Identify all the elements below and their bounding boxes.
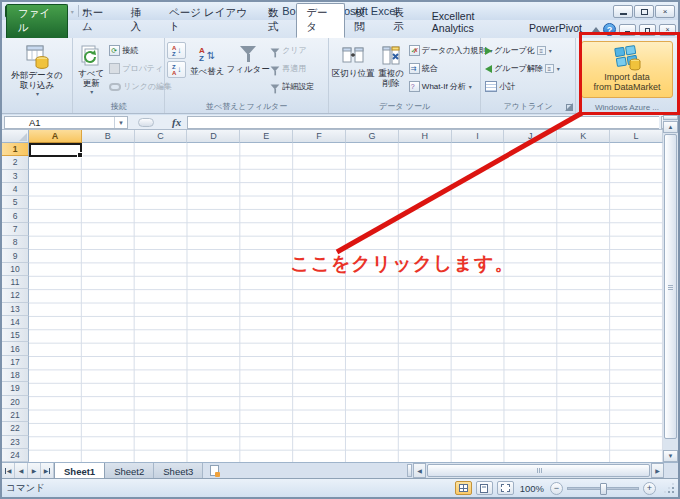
view-normal-button[interactable] [455, 481, 472, 495]
row-header-7[interactable]: 7 [2, 223, 29, 236]
hide-detail-icon[interactable]: ≡ [545, 64, 554, 73]
tab-page-layout[interactable]: ページ レイアウト [159, 3, 258, 38]
row-header-2[interactable]: 2 [2, 156, 29, 169]
column-header-J[interactable]: J [504, 130, 557, 143]
row-header-20[interactable]: 20 [2, 396, 29, 409]
sort-descending-button[interactable]: ZA↓ [167, 61, 186, 78]
tab-excellent-analytics[interactable]: Excellent Analytics [422, 7, 519, 38]
filter-button[interactable]: フィルター [228, 40, 268, 100]
minimize-button[interactable] [613, 5, 633, 18]
sort-button[interactable]: AZ ⇅ 並べ替え [186, 40, 228, 100]
close-button[interactable]: × [655, 5, 675, 18]
tab-data[interactable]: データ [296, 3, 344, 38]
horizontal-scroll-thumb[interactable] [427, 464, 650, 477]
view-page-layout-button[interactable] [476, 481, 493, 495]
row-header-11[interactable]: 11 [2, 276, 29, 289]
row-header-15[interactable]: 15 [2, 329, 29, 342]
prev-sheet-icon[interactable]: ◀ [15, 463, 28, 478]
horizontal-split-handle[interactable] [407, 464, 412, 477]
row-header-6[interactable]: 6 [2, 209, 29, 222]
row-header-22[interactable]: 22 [2, 422, 29, 435]
zoom-slider-thumb[interactable] [600, 483, 607, 495]
row-header-19[interactable]: 19 [2, 382, 29, 395]
selected-cell-a1[interactable] [29, 143, 82, 157]
dialog-launcher-icon[interactable] [566, 104, 573, 111]
next-sheet-icon[interactable]: ▶ [28, 463, 41, 478]
ungroup-button[interactable]: グループ解除 ≡ [483, 60, 562, 77]
show-detail-icon[interactable]: ≡ [537, 46, 546, 55]
vertical-split-handle[interactable] [663, 115, 678, 120]
column-header-A[interactable]: A [29, 130, 82, 143]
horizontal-scroll-track[interactable] [426, 463, 651, 478]
resize-grip[interactable] [664, 483, 674, 493]
row-header-24[interactable]: 24 [2, 449, 29, 462]
tab-home[interactable]: ホーム [72, 3, 120, 38]
refresh-all-button[interactable]: すべて 更新 [75, 40, 107, 100]
zoom-out-icon[interactable]: − [550, 482, 563, 495]
row-header-18[interactable]: 18 [2, 369, 29, 382]
row-header-10[interactable]: 10 [2, 263, 29, 276]
column-header-D[interactable]: D [187, 130, 240, 143]
advanced-filter-button[interactable]: 詳細設定 [268, 78, 316, 95]
connections-button[interactable]: ⟳ 接続 [107, 42, 174, 59]
sheet-tab-sheet3[interactable]: Sheet3 [154, 463, 203, 478]
row-header-12[interactable]: 12 [2, 289, 29, 302]
row-header-8[interactable]: 8 [2, 236, 29, 249]
sheet-tab-sheet1[interactable]: Sheet1 [54, 463, 105, 478]
get-external-data-button[interactable]: 外部データの 取り込み [4, 40, 70, 100]
scroll-down-icon[interactable]: ▼ [663, 450, 678, 462]
column-header-H[interactable]: H [399, 130, 452, 143]
restore-button[interactable] [634, 5, 654, 18]
row-header-21[interactable]: 21 [2, 409, 29, 422]
reapply-button[interactable]: 再適用 [268, 60, 316, 77]
column-header-C[interactable]: C [135, 130, 188, 143]
row-header-5[interactable]: 5 [2, 196, 29, 209]
row-header-17[interactable]: 17 [2, 356, 29, 369]
row-header-13[interactable]: 13 [2, 303, 29, 316]
zoom-slider[interactable] [567, 487, 639, 490]
view-page-break-button[interactable] [497, 481, 514, 495]
column-header-L[interactable]: L [610, 130, 663, 143]
tab-insert[interactable]: 挿入 [120, 3, 159, 38]
tab-view[interactable]: 表示 [383, 3, 422, 38]
row-header-4[interactable]: 4 [2, 183, 29, 196]
remove-duplicates-button[interactable]: 重複の 削除 [375, 40, 407, 100]
select-all-corner[interactable] [2, 130, 29, 143]
insert-sheet-button[interactable] [203, 463, 225, 478]
row-header-14[interactable]: 14 [2, 316, 29, 329]
group-button[interactable]: グループ化 ≡ [483, 42, 562, 59]
column-header-F[interactable]: F [293, 130, 346, 143]
row-header-9[interactable]: 9 [2, 249, 29, 262]
column-header-B[interactable]: B [82, 130, 135, 143]
vertical-scroll-track[interactable] [663, 133, 678, 450]
scroll-left-icon[interactable]: ◀ [413, 463, 426, 478]
edit-links-button[interactable]: リンクの編集 [107, 78, 174, 95]
last-sheet-icon[interactable]: ▶ [41, 463, 54, 478]
column-header-E[interactable]: E [240, 130, 293, 143]
clear-filter-button[interactable]: クリア [268, 42, 316, 59]
insert-function-icon[interactable]: fx [172, 116, 181, 128]
tab-formulas[interactable]: 数式 [258, 3, 297, 38]
column-header-K[interactable]: K [557, 130, 610, 143]
tab-file[interactable]: ファイル [6, 4, 68, 38]
first-sheet-icon[interactable]: ◀ [2, 463, 15, 478]
subtotal-button[interactable]: 小計 [483, 78, 562, 95]
column-header-G[interactable]: G [346, 130, 399, 143]
name-box[interactable]: A1 ▼ [4, 116, 128, 129]
row-header-1[interactable]: 1 [2, 143, 29, 156]
vertical-scroll-thumb[interactable] [664, 134, 677, 439]
text-to-columns-button[interactable]: 区切り位置 [331, 40, 375, 100]
column-header-I[interactable]: I [452, 130, 505, 143]
formula-input[interactable] [187, 116, 659, 129]
sort-ascending-button[interactable]: AZ↓ [167, 42, 186, 59]
scroll-up-icon[interactable]: ▲ [663, 121, 678, 133]
name-box-dropdown-icon[interactable]: ▼ [114, 117, 127, 128]
properties-button[interactable]: プロパティ [107, 60, 174, 77]
row-header-23[interactable]: 23 [2, 436, 29, 449]
zoom-level[interactable]: 100% [520, 483, 544, 494]
sheet-tab-sheet2[interactable]: Sheet2 [105, 463, 154, 478]
cell-area[interactable] [29, 143, 663, 462]
tab-review[interactable]: 校閲 [345, 3, 384, 38]
zoom-in-icon[interactable]: + [643, 482, 656, 495]
row-header-16[interactable]: 16 [2, 342, 29, 355]
